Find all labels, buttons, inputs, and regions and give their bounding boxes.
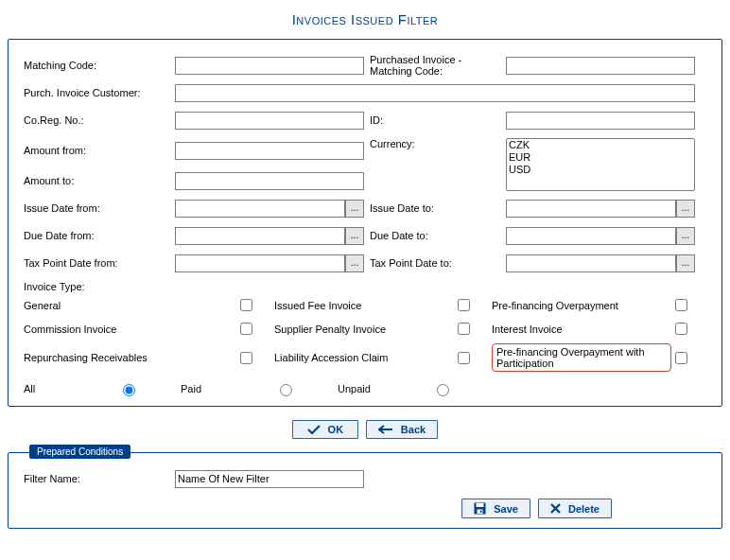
prepared-conditions-legend: Prepared Conditions (29, 445, 130, 459)
co-reg-no-input[interactable] (175, 112, 364, 130)
currency-option[interactable]: USD (507, 164, 694, 176)
label-filter-name: Filter Name: (24, 473, 175, 484)
issue-date-to-picker[interactable]: ... (676, 200, 695, 218)
due-date-to-input[interactable] (506, 227, 676, 245)
label-all: All (24, 383, 99, 394)
label-co-reg-no: Co.Reg. No.: (24, 114, 175, 126)
label-interest: Interest Invoice (492, 324, 671, 335)
tax-date-to-picker[interactable]: ... (676, 254, 695, 272)
general-checkbox[interactable] (240, 299, 252, 311)
label-commission: Commission Invoice (24, 324, 236, 335)
tax-date-from-input[interactable] (175, 254, 345, 272)
label-liability: Liability Accession Claim (274, 352, 454, 363)
issue-date-to-input[interactable] (506, 200, 676, 218)
label-issue-to: Issue Date to: (364, 202, 506, 214)
filter-name-input[interactable] (175, 470, 364, 488)
back-label: Back (401, 424, 426, 435)
due-date-to-picker[interactable]: ... (676, 227, 695, 245)
all-radio[interactable] (123, 384, 135, 396)
label-repurch: Repurchasing Receivables (24, 352, 236, 363)
save-label: Save (494, 503, 518, 515)
back-button[interactable]: Back (366, 420, 438, 439)
label-amount-to: Amount to: (24, 175, 175, 186)
matching-code-input[interactable] (175, 57, 364, 75)
repurch-checkbox[interactable] (240, 352, 252, 364)
delete-label: Delete (568, 503, 600, 515)
svg-rect-3 (480, 511, 482, 514)
tax-date-to-input[interactable] (506, 254, 676, 272)
liability-checkbox[interactable] (458, 352, 470, 364)
label-prefin-over: Pre-financing Overpayment (492, 300, 671, 311)
prefin-over-checkbox[interactable] (675, 299, 687, 311)
interest-checkbox[interactable] (675, 323, 687, 335)
supplier-penalty-checkbox[interactable] (458, 323, 470, 335)
unpaid-radio[interactable] (437, 384, 449, 396)
delete-button[interactable]: Delete (538, 499, 612, 518)
amount-to-input[interactable] (175, 172, 364, 190)
label-matching-code: Matching Code: (24, 60, 175, 71)
prefin-over-part-checkbox[interactable] (675, 352, 687, 364)
arrow-left-icon (378, 425, 393, 434)
label-purchased-invoice-mc: Purchased Invoice - Matching Code: (364, 54, 506, 77)
issue-date-from-picker[interactable]: ... (345, 200, 364, 218)
svg-rect-1 (477, 503, 484, 507)
label-issue-from: Issue Date from: (24, 202, 175, 214)
due-date-from-picker[interactable]: ... (345, 227, 364, 245)
label-amount-from: Amount from: (24, 145, 175, 156)
currency-option[interactable]: EUR (507, 151, 694, 164)
delete-icon (550, 503, 561, 514)
currency-option[interactable]: CZK (507, 139, 694, 151)
label-purch-invoice-customer: Purch. Invoice Customer: (24, 87, 175, 98)
filter-panel: Matching Code: Purchased Invoice - Match… (8, 39, 722, 407)
label-paid: Paid (181, 383, 256, 394)
label-supplier-penalty: Supplier Penalty Invoice (274, 324, 454, 335)
save-button[interactable]: Save (461, 499, 530, 518)
paid-radio[interactable] (280, 384, 292, 396)
label-due-from: Due Date from: (24, 230, 175, 241)
id-input[interactable] (506, 112, 695, 130)
label-general: General (24, 300, 236, 311)
label-id: ID: (364, 114, 506, 126)
issued-fee-checkbox[interactable] (458, 299, 470, 311)
svg-rect-2 (478, 510, 483, 515)
label-invoice-type: Invoice Type: (24, 281, 706, 292)
label-prefin-over-part: Pre-financing Overpayment with Participa… (492, 343, 671, 372)
label-currency: Currency: (364, 138, 506, 149)
label-due-to: Due Date to: (364, 230, 506, 241)
issue-date-from-input[interactable] (175, 200, 345, 218)
due-date-from-input[interactable] (175, 227, 345, 245)
currency-select[interactable]: CZK EUR USD (506, 138, 695, 191)
ok-button[interactable]: OK (292, 420, 358, 439)
label-tax-to: Tax Point Date to: (364, 257, 506, 269)
save-icon (474, 502, 486, 515)
amount-from-input[interactable] (175, 142, 364, 160)
check-icon (307, 424, 321, 435)
page-title: Invoices Issued Filter (8, 11, 722, 27)
prepared-conditions-panel: Prepared Conditions Filter Name: Save De… (8, 452, 722, 529)
tax-date-from-picker[interactable]: ... (345, 254, 364, 272)
purch-invoice-customer-input[interactable] (175, 84, 695, 102)
purchased-invoice-mc-input[interactable] (506, 57, 695, 75)
label-issued-fee: Issued Fee Invoice (274, 300, 454, 311)
label-tax-from: Tax Point Date from: (24, 257, 175, 269)
commission-checkbox[interactable] (240, 323, 252, 335)
ok-label: OK (328, 424, 344, 435)
label-unpaid: Unpaid (338, 383, 413, 394)
